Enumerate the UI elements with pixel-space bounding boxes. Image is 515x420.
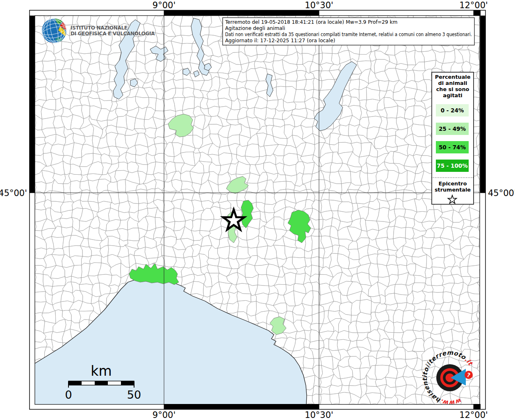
title-line-2: Agitazione degli animali — [225, 25, 285, 31]
legend-title-line-1: Percentuale — [435, 74, 471, 80]
legend: Percentuale di animali che si sono agita… — [432, 72, 474, 204]
title-line-1: Terremoto del 19-05-2018 18:41:21 (ora l… — [225, 19, 397, 25]
frame-left-black — [30, 16, 35, 193]
scale-segment-2 — [95, 381, 108, 385]
axis-left-45: 45°00' — [0, 188, 27, 198]
title-line-4: Aggiornato il: 17-12-2025 11:27 (ora loc… — [225, 38, 335, 43]
axis-top-10-30: 10°30' — [305, 0, 333, 10]
frame-top-black-1 — [164, 10, 319, 16]
ingv-name-line-2: DI GEOFISICA E VULCANOLOGIA — [71, 31, 155, 37]
legend-title-line-4: agitati — [443, 92, 462, 98]
scale-segment-3 — [121, 381, 134, 385]
legend-epicenter-line-1: Epicentro — [439, 180, 467, 187]
axis-top-12: 12°00' — [459, 0, 488, 10]
ingv-name-line-1: ISTITUTO NAZIONALE — [71, 25, 128, 31]
legend-label-0-24: 0 - 24% — [441, 107, 464, 114]
axis-bottom-10-30: 10°30' — [305, 410, 333, 420]
legend-label-75-100: 75 - 100% — [437, 162, 468, 169]
frame-right-black — [480, 16, 485, 193]
map-svg: km 0 50 Terremoto del 19-05-2018 18:41:2… — [0, 0, 515, 420]
axis-bottom-9: 9°00' — [153, 410, 175, 420]
axis-bottom-12: 12°00' — [459, 410, 488, 420]
axis-right-45: 45°00' — [488, 188, 515, 198]
title-box: Terremoto del 19-05-2018 18:41:21 (ora l… — [223, 18, 474, 45]
scale-unit-label: km — [91, 363, 112, 379]
axis-top-9: 9°00' — [153, 0, 175, 10]
scale-segment-1 — [68, 381, 82, 385]
legend-label-25-49: 25 - 49% — [439, 126, 466, 132]
scale-end-label: 50 — [127, 388, 141, 401]
title-line-3: Dati non verificati estratti da 35 quest… — [225, 32, 472, 37]
legend-label-50-74: 50 - 74% — [439, 144, 466, 151]
scale-start-label: 0 — [65, 388, 72, 401]
legend-title-line-3: che si sono — [436, 86, 469, 92]
frame-bottom-black-2 — [474, 404, 481, 409]
legend-title-line-2: di animali — [438, 80, 467, 86]
frame-bottom-black-1 — [164, 404, 319, 409]
frame-top-black-2 — [474, 10, 481, 16]
legend-epicenter-line-2: strumentale — [435, 187, 471, 193]
ingv-felt-report-map: km 0 50 Terremoto del 19-05-2018 18:41:2… — [0, 0, 515, 420]
